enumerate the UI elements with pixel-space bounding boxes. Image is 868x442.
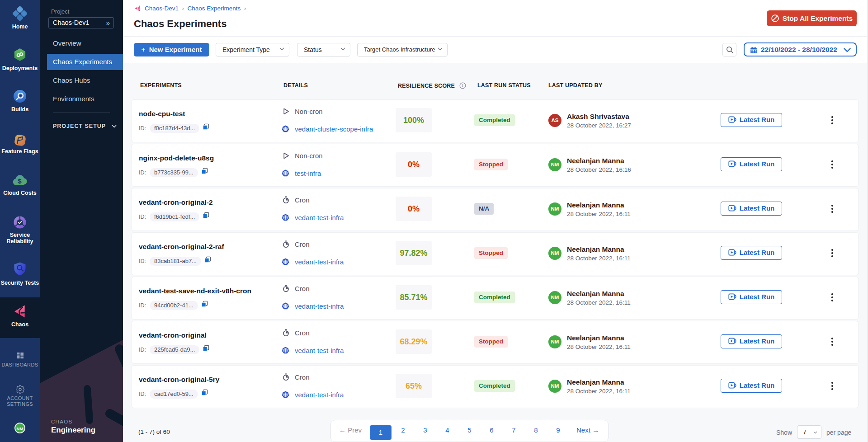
svg-text:$: $ — [18, 177, 22, 185]
